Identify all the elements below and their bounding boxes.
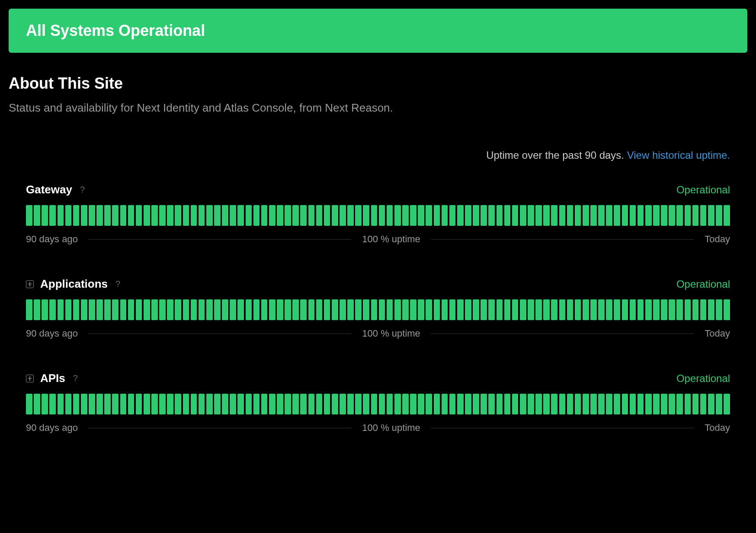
uptime-day-bar[interactable] xyxy=(614,205,620,226)
uptime-day-bar[interactable] xyxy=(159,299,166,320)
uptime-day-bar[interactable] xyxy=(685,299,691,320)
uptime-day-bar[interactable] xyxy=(708,299,714,320)
uptime-day-bar[interactable] xyxy=(42,394,48,414)
uptime-day-bar[interactable] xyxy=(528,299,534,320)
uptime-day-bar[interactable] xyxy=(457,205,464,226)
uptime-day-bar[interactable] xyxy=(685,205,691,226)
uptime-day-bar[interactable] xyxy=(237,205,244,226)
uptime-day-bar[interactable] xyxy=(575,394,581,414)
uptime-day-bar[interactable] xyxy=(622,394,628,414)
uptime-day-bar[interactable] xyxy=(81,394,87,414)
uptime-day-bar[interactable] xyxy=(222,299,228,320)
uptime-day-bar[interactable] xyxy=(175,205,181,226)
uptime-day-bar[interactable] xyxy=(49,299,56,320)
uptime-day-bar[interactable] xyxy=(520,394,526,414)
uptime-day-bar[interactable] xyxy=(630,299,636,320)
uptime-day-bar[interactable] xyxy=(583,394,589,414)
uptime-day-bar[interactable] xyxy=(277,205,283,226)
uptime-day-bar[interactable] xyxy=(136,394,142,414)
uptime-day-bar[interactable] xyxy=(167,299,173,320)
uptime-day-bar[interactable] xyxy=(567,205,573,226)
uptime-day-bar[interactable] xyxy=(136,299,142,320)
uptime-day-bar[interactable] xyxy=(676,394,683,414)
uptime-day-bar[interactable] xyxy=(332,394,338,414)
uptime-day-bar[interactable] xyxy=(598,299,605,320)
uptime-day-bar[interactable] xyxy=(418,205,424,226)
uptime-day-bar[interactable] xyxy=(347,394,354,414)
uptime-day-bar[interactable] xyxy=(104,394,111,414)
uptime-day-bar[interactable] xyxy=(387,299,393,320)
uptime-day-bar[interactable] xyxy=(535,205,542,226)
uptime-day-bar[interactable] xyxy=(379,394,385,414)
uptime-day-bar[interactable] xyxy=(724,205,730,226)
uptime-day-bar[interactable] xyxy=(112,205,119,226)
uptime-day-bar[interactable] xyxy=(645,205,652,226)
uptime-day-bar[interactable] xyxy=(700,394,707,414)
uptime-day-bar[interactable] xyxy=(700,205,707,226)
uptime-day-bar[interactable] xyxy=(559,394,566,414)
uptime-day-bar[interactable] xyxy=(645,394,652,414)
uptime-day-bar[interactable] xyxy=(206,394,213,414)
uptime-day-bar[interactable] xyxy=(167,394,173,414)
uptime-day-bar[interactable] xyxy=(261,394,268,414)
uptime-day-bar[interactable] xyxy=(583,205,589,226)
uptime-day-bar[interactable] xyxy=(418,394,424,414)
uptime-day-bar[interactable] xyxy=(199,299,205,320)
uptime-day-bar[interactable] xyxy=(49,394,56,414)
uptime-day-bar[interactable] xyxy=(159,205,166,226)
uptime-day-bar[interactable] xyxy=(300,205,307,226)
uptime-day-bar[interactable] xyxy=(535,299,542,320)
uptime-day-bar[interactable] xyxy=(151,299,158,320)
uptime-day-bar[interactable] xyxy=(410,299,416,320)
uptime-day-bar[interactable] xyxy=(590,205,597,226)
uptime-day-bar[interactable] xyxy=(457,394,464,414)
uptime-day-bar[interactable] xyxy=(442,205,448,226)
uptime-day-bar[interactable] xyxy=(308,299,315,320)
uptime-day-bar[interactable] xyxy=(230,394,236,414)
uptime-day-bar[interactable] xyxy=(575,299,581,320)
help-icon[interactable]: ? xyxy=(73,373,78,383)
expand-icon[interactable] xyxy=(26,375,34,382)
uptime-day-bar[interactable] xyxy=(230,205,236,226)
uptime-day-bar[interactable] xyxy=(685,394,691,414)
uptime-day-bar[interactable] xyxy=(394,205,401,226)
uptime-day-bar[interactable] xyxy=(692,299,699,320)
uptime-day-bar[interactable] xyxy=(324,205,330,226)
uptime-day-bar[interactable] xyxy=(528,205,534,226)
uptime-day-bar[interactable] xyxy=(308,394,315,414)
uptime-day-bar[interactable] xyxy=(144,205,150,226)
uptime-day-bar[interactable] xyxy=(285,394,291,414)
uptime-day-bar[interactable] xyxy=(34,205,40,226)
uptime-day-bar[interactable] xyxy=(442,299,448,320)
uptime-day-bar[interactable] xyxy=(34,299,40,320)
uptime-day-bar[interactable] xyxy=(120,394,127,414)
uptime-day-bar[interactable] xyxy=(316,299,323,320)
uptime-day-bar[interactable] xyxy=(222,394,228,414)
uptime-day-bar[interactable] xyxy=(128,394,135,414)
uptime-day-bar[interactable] xyxy=(692,205,699,226)
uptime-day-bar[interactable] xyxy=(136,205,142,226)
uptime-day-bar[interactable] xyxy=(653,394,660,414)
uptime-day-bar[interactable] xyxy=(58,299,64,320)
uptime-day-bar[interactable] xyxy=(465,394,471,414)
uptime-day-bar[interactable] xyxy=(559,205,566,226)
uptime-day-bar[interactable] xyxy=(214,205,221,226)
uptime-day-bar[interactable] xyxy=(473,299,479,320)
uptime-day-bar[interactable] xyxy=(26,394,32,414)
uptime-day-bar[interactable] xyxy=(598,205,605,226)
uptime-day-bar[interactable] xyxy=(716,299,722,320)
uptime-day-bar[interactable] xyxy=(144,299,150,320)
uptime-day-bar[interactable] xyxy=(269,394,275,414)
uptime-day-bar[interactable] xyxy=(253,205,260,226)
uptime-day-bar[interactable] xyxy=(387,205,393,226)
uptime-day-bar[interactable] xyxy=(661,394,667,414)
uptime-day-bar[interactable] xyxy=(112,299,119,320)
uptime-day-bar[interactable] xyxy=(191,299,197,320)
uptime-day-bar[interactable] xyxy=(237,394,244,414)
uptime-day-bar[interactable] xyxy=(104,299,111,320)
uptime-day-bar[interactable] xyxy=(214,299,221,320)
uptime-day-bar[interactable] xyxy=(269,205,275,226)
uptime-day-bar[interactable] xyxy=(504,394,511,414)
uptime-day-bar[interactable] xyxy=(340,299,346,320)
uptime-day-bar[interactable] xyxy=(206,299,213,320)
